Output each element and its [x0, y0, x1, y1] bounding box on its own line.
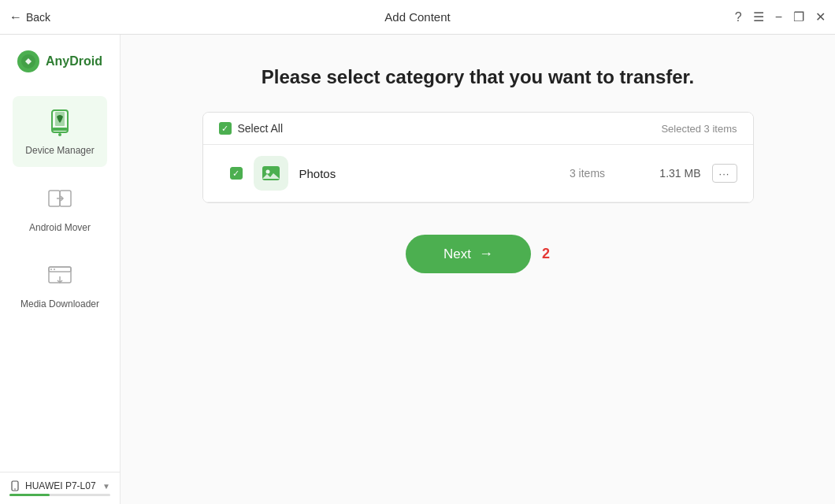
select-all-row: ✓ Select All Selected 3 items [203, 113, 753, 145]
android-mover-icon [43, 183, 77, 217]
restore-button[interactable]: ❐ [793, 11, 804, 24]
menu-button[interactable]: ☰ [753, 11, 764, 24]
photos-size: 1.31 MB [630, 167, 701, 180]
next-button-label: Next [443, 246, 471, 262]
main-layout: AnyDroid Device Manager [0, 35, 835, 504]
title-bar: ← Back Add Content ? ☰ − ❐ ✕ [0, 0, 835, 35]
back-button[interactable]: ← Back [9, 10, 50, 24]
photos-more-button[interactable]: ··· [712, 164, 737, 183]
sidebar-label-device-manager: Device Manager [25, 145, 94, 158]
device-footer[interactable]: HUAWEI P7-L07 ▼ [0, 472, 120, 504]
minimize-button[interactable]: − [775, 11, 782, 24]
window-title: Add Content [384, 10, 450, 24]
device-progress-bar [9, 494, 110, 496]
next-arrow-icon: → [479, 246, 493, 262]
svg-point-12 [14, 488, 16, 490]
sidebar-item-media-downloader[interactable]: Media Downloader [13, 250, 107, 321]
app-logo: AnyDroid [17, 50, 102, 72]
table-row: 1 ✓ Photos 3 items 1.31 MB ··· [203, 145, 753, 202]
select-all-checkbox[interactable]: ✓ [219, 122, 232, 135]
svg-point-14 [265, 170, 269, 174]
next-button[interactable]: Next → [406, 235, 531, 273]
device-name-label: HUAWEI P7-L07 [25, 480, 98, 491]
svg-point-9 [50, 269, 52, 270]
svg-rect-3 [52, 128, 68, 131]
sidebar-item-android-mover[interactable]: Android Mover [13, 173, 107, 244]
content-area: Please select category that you want to … [121, 35, 835, 504]
photos-checkbox[interactable]: ✓ [230, 167, 243, 180]
back-label: Back [26, 11, 50, 24]
svg-rect-8 [49, 267, 71, 272]
media-downloader-icon [43, 259, 77, 294]
sidebar-item-device-manager[interactable]: Device Manager [13, 96, 107, 167]
sidebar: AnyDroid Device Manager [0, 35, 121, 504]
step-number-2: 2 [542, 246, 550, 262]
device-manager-icon [43, 106, 77, 140]
window-controls: ? ☰ − ❐ ✕ [735, 11, 826, 24]
phone-icon [9, 480, 20, 491]
photos-icon [254, 156, 288, 191]
page-heading: Please select category that you want to … [262, 66, 695, 88]
sidebar-label-media-downloader: Media Downloader [20, 298, 99, 311]
select-all-left: ✓ Select All [219, 122, 284, 135]
svg-point-4 [58, 133, 61, 136]
close-button[interactable]: ✕ [815, 11, 826, 24]
selected-count-label: Selected 3 items [661, 123, 737, 135]
back-arrow-icon: ← [9, 10, 22, 24]
category-list: ✓ Select All Selected 3 items 1 ✓ Photos [202, 112, 754, 203]
svg-point-10 [54, 269, 55, 270]
chevron-down-icon: ▼ [102, 482, 110, 491]
title-bar-left: ← Back [9, 10, 50, 24]
device-progress-fill [9, 494, 50, 496]
app-logo-icon [17, 50, 39, 72]
help-button[interactable]: ? [735, 11, 742, 24]
app-name: AnyDroid [46, 54, 102, 69]
bottom-area: Next → 2 [406, 235, 550, 273]
photos-item-count: 3 items [556, 167, 619, 180]
sidebar-label-android-mover: Android Mover [29, 222, 91, 235]
select-all-label: Select All [238, 122, 284, 135]
photos-label: Photos [299, 167, 545, 180]
